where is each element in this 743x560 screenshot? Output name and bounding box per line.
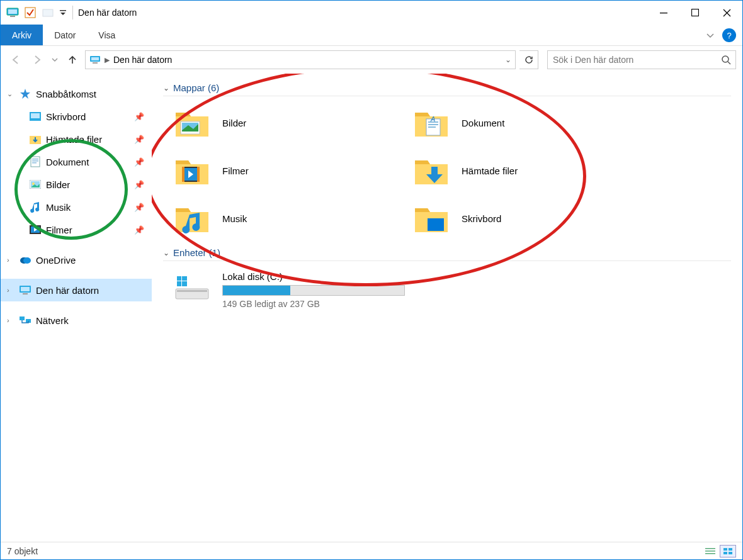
folder-skrivbord[interactable]: Skrivbord [414,203,653,233]
folder-label: Musik [222,213,247,224]
search-input[interactable] [548,55,717,65]
refresh-button[interactable] [519,50,538,69]
folder-label: Skrivbord [462,213,501,224]
minimize-button[interactable] [648,1,679,25]
svg-rect-36 [428,126,436,128]
desktop-icon [28,111,42,122]
network-icon [18,315,32,326]
folder-label: Filmer [222,165,249,176]
folder-label: Dokument [462,118,504,128]
pin-icon[interactable]: 📌 [134,135,144,144]
folder-filmer[interactable]: Filmer [174,155,414,186]
svg-rect-48 [177,281,181,286]
tree-label: Den här datorn [36,285,99,296]
star-icon [18,88,32,99]
status-text: 7 objekt [7,546,38,556]
music-icon [28,201,42,213]
maximize-button[interactable] [679,1,711,25]
svg-rect-51 [705,551,715,552]
tree-this-pc[interactable]: › Den här datorn [1,279,152,301]
tree-item-bilder[interactable]: Bilder 📌 [1,173,152,196]
folder-dokument[interactable]: A Dokument [414,108,653,138]
qat-dropdown-icon[interactable] [59,6,67,20]
pin-icon[interactable]: 📌 [134,180,144,189]
forward-button[interactable] [28,51,46,69]
folder-hamtade[interactable]: Hämtade filer [414,155,653,186]
this-pc-icon [18,284,32,296]
breadcrumb-separator-icon[interactable]: ▶ [105,56,110,64]
svg-rect-2 [10,16,15,17]
close-button[interactable] [711,1,742,25]
folders-section-header[interactable]: ⌄ Mappar (6) [163,82,731,96]
navigation-bar: ▶ Den här datorn ⌄ [1,46,742,74]
tab-dator[interactable]: Dator [43,25,87,45]
search-box[interactable] [547,50,736,69]
svg-rect-18 [32,162,37,164]
tree-quick-access[interactable]: ⌄ Snabbåtkomst [1,82,152,105]
content-pane: ⌄ Mappar (6) Bilder A Dokument Filmer [152,74,742,542]
view-large-icons-button[interactable] [720,545,736,557]
svg-rect-9 [91,57,99,60]
properties-icon[interactable] [23,6,37,20]
drive-free-text: 149 GB ledigt av 237 GB [222,299,405,309]
new-folder-icon[interactable] [41,6,55,20]
downloads-icon [28,133,42,145]
chevron-down-icon[interactable]: ⌄ [163,84,169,92]
drive-icon [174,271,210,301]
pin-icon[interactable]: 📌 [134,203,144,212]
videos-icon [28,224,42,235]
divider [72,6,73,20]
svg-rect-47 [182,276,187,281]
recent-dropdown-icon[interactable] [50,51,60,69]
svg-rect-28 [23,293,28,294]
up-button[interactable] [64,51,81,69]
address-bar[interactable]: ▶ Den här datorn ⌄ [85,50,516,69]
svg-rect-56 [729,552,732,554]
svg-rect-53 [723,548,727,551]
chevron-right-icon[interactable]: › [7,256,17,264]
status-bar: 7 objekt [1,542,742,559]
breadcrumb-this-pc[interactable]: Den här datorn [113,55,172,65]
svg-rect-50 [705,548,715,549]
help-button[interactable]: ? [722,28,736,42]
onedrive-icon [18,254,32,266]
folder-musik[interactable]: Musik [174,203,414,233]
ribbon-collapse-icon[interactable] [701,25,720,45]
svg-rect-4 [43,9,53,16]
svg-rect-10 [93,62,98,64]
tree-item-musik[interactable]: Musik 📌 [1,196,152,218]
tree-item-skrivbord[interactable]: Skrivbord 📌 [1,105,152,128]
drives-section-header[interactable]: ⌄ Enheter (1) [163,247,731,261]
back-button[interactable] [7,51,25,69]
tab-visa[interactable]: Visa [87,25,127,45]
view-details-button[interactable] [702,545,718,557]
svg-point-25 [23,257,31,264]
svg-rect-54 [729,548,732,551]
chevron-down-icon[interactable]: ⌄ [7,90,17,98]
tree-item-hamtade[interactable]: Hämtade filer 📌 [1,128,152,150]
tree-onedrive[interactable]: › OneDrive [1,249,152,271]
svg-rect-15 [31,157,40,167]
chevron-right-icon[interactable]: › [7,316,17,324]
chevron-down-icon[interactable]: ⌄ [163,249,169,257]
pin-icon[interactable]: 📌 [134,157,144,167]
drive-name: Lokal disk (C:) [222,271,405,282]
svg-rect-27 [21,287,30,291]
drive-usage-bar [222,285,405,296]
chevron-right-icon[interactable]: › [7,286,17,294]
tree-network[interactable]: › Nätverk [1,309,152,332]
svg-text:A: A [430,115,435,123]
address-dropdown-icon[interactable]: ⌄ [505,55,511,64]
drive-c[interactable]: Lokal disk (C:) 149 GB ledigt av 237 GB [163,265,731,309]
pin-icon[interactable]: 📌 [134,112,144,121]
svg-rect-5 [60,10,66,11]
pin-icon[interactable]: 📌 [134,225,144,235]
pictures-icon [28,179,42,190]
tree-item-dokument[interactable]: Dokument 📌 [1,150,152,173]
search-icon[interactable] [717,55,735,65]
folder-bilder[interactable]: Bilder [174,108,414,138]
tree-item-filmer[interactable]: Filmer 📌 [1,218,152,241]
tab-arkiv[interactable]: Arkiv [1,25,43,45]
tree-label: Dokument [46,157,89,167]
svg-rect-1 [8,9,17,14]
